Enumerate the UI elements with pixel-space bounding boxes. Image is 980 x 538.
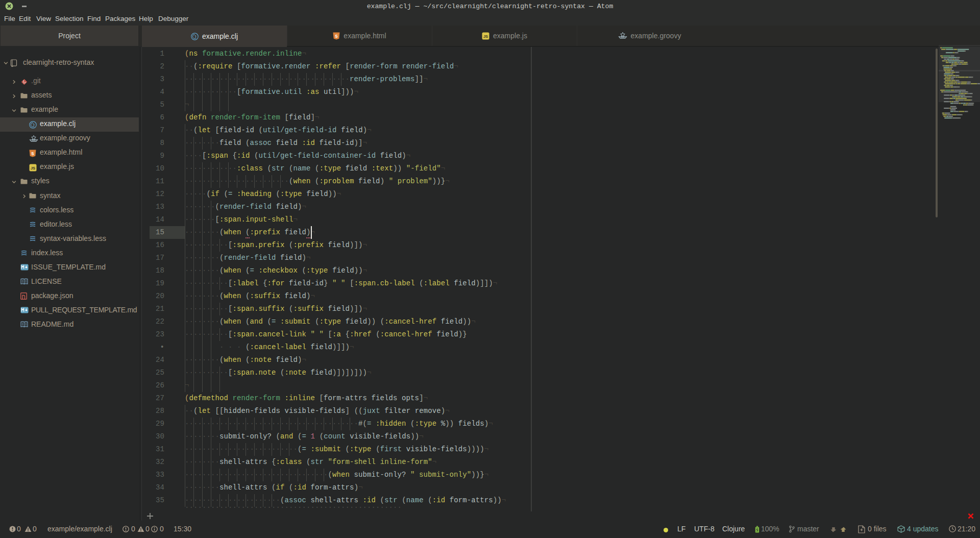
svg-text:5: 5 — [335, 33, 338, 38]
svg-text:JS: JS — [31, 166, 35, 170]
svg-text:5: 5 — [31, 151, 34, 156]
svg-text:JS: JS — [483, 34, 488, 39]
